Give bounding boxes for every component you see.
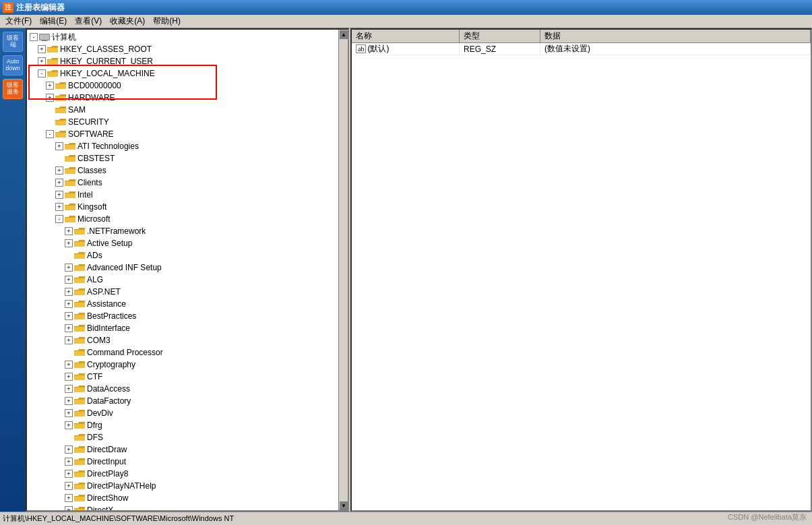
status-text: 计算机\HKEY_LOCAL_MACHINE\SOFTWARE\Microsof…: [3, 514, 234, 524]
tree-node-alg[interactable]: + ALG: [27, 274, 348, 286]
cell-type: REG_SZ: [460, 43, 540, 55]
tree-node-directshow[interactable]: + DirectShow: [27, 492, 348, 504]
tree-node-cmd-proc[interactable]: Command Processor: [27, 346, 348, 359]
tree-node-cbstest[interactable]: CBSTEST: [27, 152, 348, 164]
col-header-name: 名称: [352, 30, 460, 42]
expand-intel[interactable]: +: [55, 191, 63, 199]
table-row[interactable]: ab (默认) REG_SZ (数值未设置): [352, 43, 811, 55]
tree-node-security[interactable]: SECURITY: [27, 116, 348, 128]
tree-node-microsoft[interactable]: - Microsoft: [27, 213, 348, 225]
expand-dataaccess[interactable]: +: [65, 385, 73, 393]
sidebar-btn-2[interactable]: Autodown: [3, 55, 23, 75]
tree-node-devdiv[interactable]: + DevDiv: [27, 407, 348, 419]
expand-directdraw[interactable]: +: [65, 445, 73, 454]
expand-ctf[interactable]: +: [65, 373, 73, 381]
expand-netfx[interactable]: +: [65, 227, 73, 235]
tree-node-local-machine[interactable]: - HKEY_LOCAL_MACHINE: [27, 67, 348, 80]
tree-node-classes-root[interactable]: + HKEY_CLASSES_ROOT: [27, 43, 348, 55]
expand-directplay8[interactable]: +: [65, 470, 73, 478]
menu-favorites[interactable]: 收藏夹(A): [106, 14, 149, 28]
tree-node-computer[interactable]: - 计算机: [27, 31, 348, 43]
expand-directx[interactable]: +: [65, 506, 73, 512]
expand-datafactory[interactable]: +: [65, 397, 73, 405]
tree-node-dataaccess[interactable]: + DataAccess: [27, 383, 348, 395]
expand-bestpractices[interactable]: +: [65, 312, 73, 320]
expand-dfrg[interactable]: +: [65, 421, 73, 429]
sidebar-btn-3[interactable]: 级客服务: [3, 79, 23, 99]
tree-container: - 计算机 +: [27, 30, 348, 512]
folder-icon-local-machine: [47, 69, 58, 78]
tree-node-assistance[interactable]: + Assistance: [27, 298, 348, 310]
expand-com3[interactable]: +: [65, 336, 73, 344]
tree-scrollbar[interactable]: ▲ ▼: [338, 30, 348, 510]
expand-aspnet[interactable]: +: [65, 288, 73, 296]
expand-assistance[interactable]: +: [65, 300, 73, 308]
folder-icon-directplaynat: [74, 481, 85, 491]
tree-node-current-user[interactable]: + HKEY_CURRENT_USER: [27, 55, 348, 67]
tree-node-sam[interactable]: SAM: [27, 104, 348, 116]
tree-root: - 计算机 +: [27, 30, 348, 512]
tree-node-intel[interactable]: + Intel: [27, 189, 348, 201]
scroll-down[interactable]: ▼: [339, 501, 348, 510]
tree-node-crypto[interactable]: + Cryptography: [27, 359, 348, 371]
tree-node-directplaynat[interactable]: + DirectPlayNATHelp: [27, 480, 348, 492]
tree-node-advanced-inf[interactable]: + Advanced INF Setup: [27, 261, 348, 274]
expand-bcd[interactable]: +: [46, 82, 54, 90]
tree-node-hardware[interactable]: + HARDWARE: [27, 92, 348, 104]
tree-node-datafactory[interactable]: + DataFactory: [27, 395, 348, 407]
expand-hardware[interactable]: +: [46, 94, 54, 102]
expand-current-user[interactable]: +: [38, 57, 46, 65]
expand-devdiv[interactable]: +: [65, 409, 73, 417]
expand-alg[interactable]: +: [65, 276, 73, 284]
tree-node-classes[interactable]: + Classes: [27, 164, 348, 177]
folder-icon-current-user: [47, 57, 58, 66]
expand-clients[interactable]: +: [55, 179, 63, 187]
app-window: 注 注册表编辑器 文件(F) 编辑(E) 查看(V) 收藏夹(A) 帮助(H) …: [0, 0, 812, 525]
expand-microsoft[interactable]: -: [55, 215, 63, 223]
tree-node-software[interactable]: - SOFTWARE: [27, 128, 348, 140]
tree-node-netfx[interactable]: + .NETFramework: [27, 225, 348, 237]
expand-ati[interactable]: +: [55, 142, 63, 150]
expand-kingsoft[interactable]: +: [55, 203, 63, 211]
tree-panel[interactable]: - 计算机 +: [26, 28, 349, 512]
tree-node-clients[interactable]: + Clients: [27, 177, 348, 189]
menu-view[interactable]: 查看(V): [71, 14, 106, 28]
tree-node-bcd[interactable]: + BCD00000000: [27, 80, 348, 92]
dataaccess-label: DataAccess: [87, 384, 130, 394]
expand-advanced-inf[interactable]: +: [65, 264, 73, 272]
tree-node-directdraw[interactable]: + DirectDraw: [27, 443, 348, 456]
expand-classes[interactable]: +: [55, 166, 63, 175]
expand-computer[interactable]: -: [30, 33, 38, 41]
tree-node-ads[interactable]: ADs: [27, 249, 348, 261]
tree-node-com3[interactable]: + COM3: [27, 334, 348, 346]
tree-node-dfs[interactable]: DFS: [27, 431, 348, 443]
tree-node-dfrg[interactable]: + Dfrg: [27, 419, 348, 431]
expand-directplaynat[interactable]: +: [65, 482, 73, 490]
expand-active-setup[interactable]: +: [65, 239, 73, 247]
intel-label: Intel: [77, 190, 93, 199]
expand-directshow[interactable]: +: [65, 494, 73, 502]
scroll-thumb[interactable]: [340, 40, 347, 67]
tree-node-aspnet[interactable]: + ASP.NET: [27, 286, 348, 298]
scroll-up[interactable]: ▲: [339, 30, 348, 39]
folder-icon-hardware: [55, 93, 66, 102]
expand-classes-root[interactable]: +: [38, 45, 46, 53]
menu-edit[interactable]: 编辑(E): [36, 14, 71, 28]
tree-node-kingsoft[interactable]: + Kingsoft: [27, 201, 348, 213]
menu-help[interactable]: 帮助(H): [149, 14, 185, 28]
tree-node-ati[interactable]: + ATI Technologies: [27, 140, 348, 152]
tree-node-directplay8[interactable]: + DirectPlay8: [27, 468, 348, 480]
expand-software[interactable]: -: [46, 130, 54, 138]
tree-node-bestpractices[interactable]: + BestPractices: [27, 310, 348, 322]
tree-node-active-setup[interactable]: + Active Setup: [27, 237, 348, 249]
expand-crypto[interactable]: +: [65, 361, 73, 369]
sidebar-btn-1[interactable]: 级客端: [3, 32, 23, 52]
expand-directinput[interactable]: +: [65, 458, 73, 466]
tree-node-bidinterface[interactable]: + BidInterface: [27, 322, 348, 334]
expand-bidinterface[interactable]: +: [65, 324, 73, 332]
menu-file[interactable]: 文件(F): [1, 14, 36, 28]
tree-node-directinput[interactable]: + DirectInput: [27, 456, 348, 468]
tree-node-ctf[interactable]: + CTF: [27, 371, 348, 383]
expand-local-machine[interactable]: -: [38, 69, 46, 78]
tree-node-directx[interactable]: + DirectX: [27, 504, 348, 512]
